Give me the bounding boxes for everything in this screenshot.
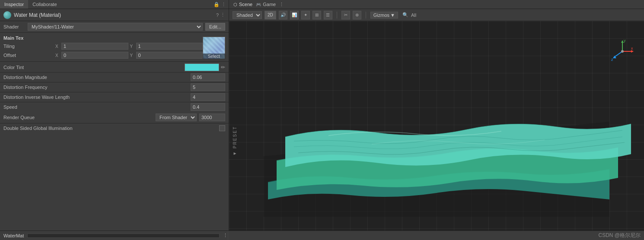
distortion-magnitude-input[interactable] — [191, 73, 225, 81]
offset-y-input[interactable] — [136, 52, 203, 59]
double-sided-checkbox[interactable] — [219, 125, 225, 131]
distortion-inverse-wave-length-input[interactable] — [191, 93, 225, 101]
svg-text:x: x — [631, 46, 633, 51]
distortion-frequency-input[interactable] — [191, 83, 225, 91]
all-label: All — [411, 13, 416, 18]
gizmos-button[interactable]: Gizmos ▼ — [370, 12, 398, 19]
speed-label: Speed — [3, 104, 191, 110]
search-icon-scene[interactable]: 🔍 — [402, 12, 408, 18]
speed-input[interactable] — [191, 103, 225, 111]
render-queue-value[interactable] — [199, 114, 225, 121]
game-tab-label: Game — [263, 2, 276, 7]
inspector-tab[interactable]: Inspector — [0, 0, 28, 9]
bottom-bar-left: WaterMat ⋮ — [3, 231, 228, 240]
aspect-icon[interactable]: ☰ — [324, 11, 332, 19]
tiling-x-input[interactable] — [61, 43, 128, 50]
offset-y-label: Y — [130, 53, 135, 58]
offset-label: Offset — [3, 53, 55, 58]
eyedropper-icon[interactable]: ✏ — [221, 64, 225, 70]
toolbar-menu-icon[interactable]: ⋮ — [220, 12, 225, 18]
scene-menu-icon[interactable]: ⋮ — [279, 2, 284, 7]
color-tint-label: Color Tint — [3, 65, 185, 70]
shaded-dropdown[interactable]: Shaded — [233, 11, 262, 19]
axis-gizmo: y z x — [609, 38, 635, 64]
scene-tab[interactable]: ⬡ Scene — [233, 2, 252, 7]
toolbar-scene-controls: Shaded 2D 🔊 📊 ✦ ⊞ ☰ ✂ ⊕ Gizmos ▼ 🔍 All — [229, 9, 420, 21]
distortion-frequency-label: Distortion Frequency — [3, 85, 191, 90]
material-icon — [3, 11, 11, 19]
color-tint-swatch[interactable] — [185, 63, 219, 71]
offset-row: Offset X Y — [3, 51, 203, 59]
toolbar-left: Water Mat (Material) ? ⋮ — [0, 9, 229, 21]
distortion-frequency-row: Distortion Frequency — [0, 82, 229, 92]
edit-button[interactable]: Edit... — [205, 23, 225, 31]
tiling-x-label: X — [55, 44, 61, 49]
double-sided-label: Double Sided Global Illumination — [3, 126, 217, 131]
svg-text:y: y — [624, 38, 626, 43]
texture-preview-container: Select — [203, 37, 225, 59]
top-bar: Inspector Collaborate 🔒 ⋮ ⬡ Scene 🎮 Game… — [0, 0, 644, 9]
bottom-menu-icon[interactable]: ⋮ — [223, 233, 228, 238]
bottom-right: CSDN @格尔尼尔 — [232, 232, 641, 239]
gizmos-arrow: ▼ — [390, 13, 395, 18]
toolbar-row: Water Mat (Material) ? ⋮ Shaded 2D 🔊 📊 ✦… — [0, 9, 644, 21]
tiling-x-group: X — [55, 43, 128, 50]
audio-icon[interactable]: 🔊 — [279, 11, 287, 19]
offset-x-group: X — [55, 52, 128, 59]
top-bar-left: Inspector Collaborate 🔒 ⋮ — [0, 0, 229, 9]
collaborate-tab-label: Collaborate — [32, 2, 57, 7]
main-tex-title: Main Tex — [3, 35, 203, 41]
tiling-label: Tiling — [3, 44, 55, 49]
snap-icon[interactable]: ⊕ — [353, 11, 361, 19]
inspector-tab-label: Inspector — [4, 2, 24, 7]
lock-icon[interactable]: 🔒 — [214, 2, 220, 7]
render-queue-select[interactable]: From Shader — [156, 114, 197, 121]
2d-button[interactable]: 2D — [265, 11, 276, 19]
separator2 — [366, 12, 366, 19]
color-tint-row: Color Tint ✏ — [0, 61, 229, 72]
toolbar-icons: ? ⋮ — [216, 12, 225, 18]
collaborate-tab[interactable]: Collaborate — [28, 0, 61, 9]
gizmos-label: Gizmos — [373, 13, 389, 18]
shader-label: Shader — [3, 24, 25, 29]
render-queue-label: Render Queue — [3, 115, 153, 120]
topbar-end-icons: ⋮ — [279, 2, 287, 7]
tiling-y-input[interactable] — [136, 43, 203, 50]
offset-inputs: X Y — [55, 52, 203, 59]
topbar-menu-icon[interactable]: ⋮ — [221, 2, 226, 7]
watermat-label: WaterMat — [3, 233, 24, 238]
shader-row: Shader MyShader/11-Water Edit... — [0, 21, 229, 33]
tiling-inputs: X Y — [55, 43, 203, 50]
distortion-magnitude-row: Distortion Magnitude — [0, 72, 229, 82]
separator1 — [337, 12, 337, 19]
csdn-watermark: CSDN @格尔尼尔 — [598, 232, 641, 239]
inspector-panel: Shader MyShader/11-Water Edit... Main Te… — [0, 21, 229, 231]
bottom-bar: WaterMat ⋮ CSDN @格尔尼尔 — [0, 231, 644, 240]
water-mesh-svg — [242, 35, 631, 217]
tiling-y-label: Y — [130, 44, 135, 49]
transform-icon[interactable]: ✂ — [341, 11, 350, 19]
main-tex-content: Main Tex Tiling X Y — [3, 35, 203, 60]
speed-row: Speed — [0, 102, 229, 112]
double-sided-row: Double Sided Global Illumination — [0, 123, 229, 133]
topbar-right-icons: 🔒 ⋮ — [214, 2, 229, 7]
bottom-icons: ⋮ — [223, 233, 228, 238]
resolution-icon[interactable]: ⊞ — [312, 11, 321, 19]
shader-select[interactable]: MyShader/11-Water — [28, 23, 203, 31]
tiling-y-group: Y — [130, 43, 203, 50]
main-tex-section: Main Tex Tiling X Y — [0, 33, 229, 61]
scene-view[interactable]: ◄ PRESET — [229, 21, 644, 231]
distortion-inverse-wave-length-row: Distortion Inverse Wave Length — [0, 92, 229, 102]
game-tab[interactable]: 🎮 Game — [256, 2, 276, 7]
svg-point-10 — [621, 50, 624, 53]
stats-icon[interactable]: 📊 — [290, 11, 299, 19]
scene-tab-label: Scene — [239, 2, 252, 7]
help-icon[interactable]: ? — [216, 13, 219, 18]
texture-select-label[interactable]: Select — [203, 54, 225, 59]
fx-icon[interactable]: ✦ — [301, 11, 310, 19]
progress-bar — [27, 234, 220, 238]
tiling-row: Tiling X Y — [3, 42, 203, 50]
offset-x-label: X — [55, 53, 61, 58]
offset-x-input[interactable] — [61, 52, 128, 59]
offset-y-group: Y — [130, 52, 203, 59]
